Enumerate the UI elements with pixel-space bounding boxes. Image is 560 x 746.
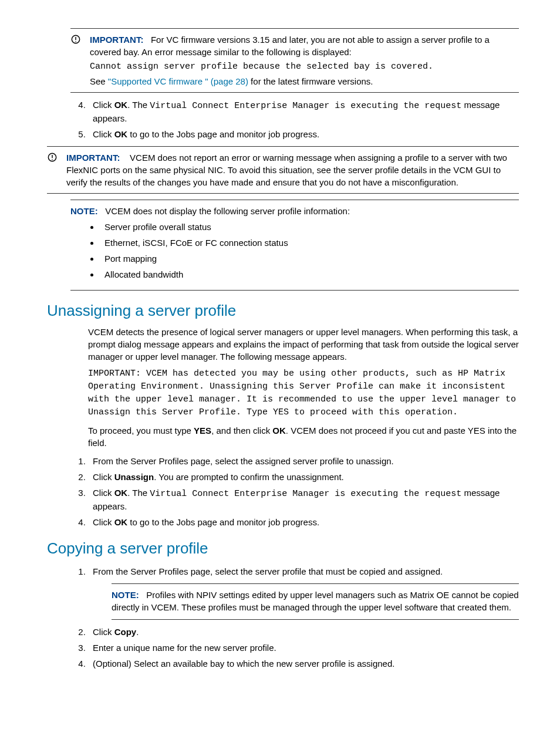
- code-block: IMPORTANT: VCEM has detected you may be …: [88, 367, 519, 418]
- t: Click: [93, 517, 114, 527]
- yes-label: YES: [194, 426, 211, 436]
- note-label: NOTE:: [70, 206, 98, 216]
- list-item: Server profile overall status: [100, 221, 519, 233]
- code: Virtual Connect Enterprise Manager is ex…: [150, 101, 461, 111]
- step-1: From the Server Profiles page, select th…: [88, 455, 519, 467]
- paragraph: To proceed, you must type YES, and then …: [88, 424, 519, 449]
- important-label: IMPORTANT:: [66, 153, 120, 163]
- note-block-npiv: NOTE: Profiles with NPIV settings edited…: [112, 583, 519, 620]
- step-2: Click Unassign. You are prompted to conf…: [88, 471, 519, 483]
- list-item: Allocated bandwidth: [100, 268, 519, 281]
- t: Click: [93, 129, 114, 139]
- copy-label: Copy: [114, 627, 137, 637]
- steps-continued: Click OK. The Virtual Connect Enterprise…: [70, 99, 519, 140]
- t: , and then click: [211, 426, 272, 436]
- code: Virtual Connect Enterprise Manager is ex…: [150, 489, 461, 499]
- t: . You are prompted to confirm the unassi…: [154, 472, 344, 482]
- svg-point-2: [75, 41, 76, 42]
- step-3: Click OK. The Virtual Connect Enterprise…: [88, 487, 519, 512]
- important-text: IMPORTANT: VCEM does not report an error…: [66, 151, 519, 188]
- step-4: (Optional) Select an available bay to wh…: [88, 657, 519, 670]
- step-5: Click OK to go to the Jobs page and moni…: [88, 128, 519, 140]
- steps-unassign: From the Server Profiles page, select th…: [70, 455, 519, 528]
- note-text: Profiles with NPIV settings edited by up…: [112, 590, 519, 612]
- paragraph: VCEM detects the presence of logical ser…: [88, 326, 519, 363]
- see-line: See "Supported VC firmware " (page 28) f…: [90, 75, 519, 87]
- t: . The: [127, 100, 150, 110]
- unassign-label: Unassign: [114, 472, 154, 482]
- important-callout-firmware: IMPORTANT: For VC firmware versions 3.15…: [70, 28, 519, 93]
- t: Click: [93, 472, 114, 482]
- important-icon: [70, 35, 81, 47]
- important-callout-flexnic: IMPORTANT: VCEM does not report an error…: [47, 146, 519, 194]
- ok-label: OK: [114, 100, 128, 110]
- steps-copy: From the Server Profiles page, select th…: [70, 565, 519, 578]
- list-item: Port mapping: [100, 252, 519, 265]
- note-lead: NOTE: VCEM does not display the followin…: [70, 205, 519, 217]
- t: . The: [127, 488, 150, 498]
- ok-label: OK: [114, 488, 128, 498]
- t: to go to the Jobs page and monitor job p…: [127, 129, 319, 139]
- t: Click: [93, 100, 114, 110]
- step-2: Click Copy.: [88, 626, 519, 638]
- step-4: Click OK to go to the Jobs page and moni…: [88, 516, 519, 528]
- ok-label: OK: [114, 129, 128, 139]
- t: to go to the Jobs page and monitor job p…: [127, 517, 319, 527]
- note-block-profile-info: NOTE: VCEM does not display the followin…: [70, 200, 519, 291]
- supported-firmware-link[interactable]: "Supported VC firmware " (page 28): [108, 76, 248, 86]
- step-4: Click OK. The Virtual Connect Enterprise…: [88, 99, 519, 124]
- heading-unassigning: Unassigning a server profile: [47, 300, 519, 321]
- step-1: From the Server Profiles page, select th…: [88, 565, 519, 578]
- list-item: Ethernet, iSCSI, FCoE or FC connection s…: [100, 237, 519, 249]
- ok-label: OK: [272, 426, 286, 436]
- note-bullets: Server profile overall status Ethernet, …: [70, 221, 519, 281]
- important-icon: [47, 153, 58, 165]
- important-text: IMPORTANT: For VC firmware versions 3.15…: [90, 33, 519, 58]
- heading-copying: Copying a server profile: [47, 538, 519, 559]
- important-line: For VC firmware versions 3.15 and later,…: [90, 35, 490, 57]
- important-label: IMPORTANT:: [90, 35, 143, 45]
- see-suffix: for the latest firmware versions.: [248, 76, 373, 86]
- code-line: Cannot assign server profile because the…: [90, 60, 519, 73]
- step-3: Enter a unique name for the new server p…: [88, 642, 519, 654]
- important-body: VCEM does not report an error or warning…: [66, 153, 507, 187]
- t: .: [136, 627, 139, 637]
- ok-label: OK: [114, 517, 128, 527]
- svg-point-5: [52, 159, 53, 160]
- note-text: VCEM does not display the following serv…: [105, 206, 350, 216]
- steps-copy-cont: Click Copy. Enter a unique name for the …: [70, 626, 519, 670]
- t: To proceed, you must type: [88, 426, 194, 436]
- note-label: NOTE:: [112, 590, 139, 600]
- see-prefix: See: [90, 76, 108, 86]
- t: Click: [93, 627, 114, 637]
- t: Click: [93, 488, 114, 498]
